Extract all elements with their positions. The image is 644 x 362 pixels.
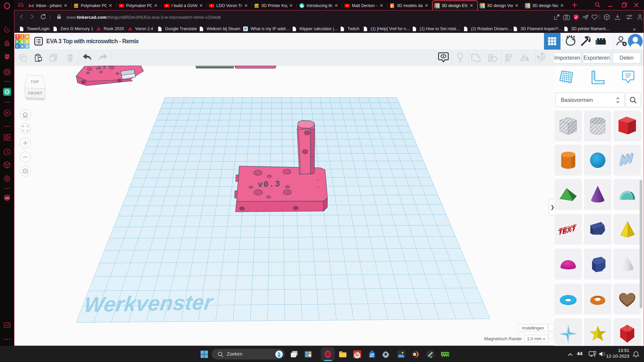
svg-text:R: R bbox=[26, 40, 29, 44]
svg-text:K: K bbox=[16, 40, 19, 44]
svg-text:Werkvenster: Werkvenster bbox=[83, 290, 215, 316]
svg-text:123: 123 bbox=[74, 5, 78, 7]
svg-text:E: E bbox=[21, 40, 23, 44]
svg-text:FRONT: FRONT bbox=[28, 91, 43, 95]
svg-text:iP: iP bbox=[244, 27, 247, 31]
svg-text:123: 123 bbox=[255, 5, 259, 7]
svg-text:UD: UD bbox=[5, 196, 9, 200]
svg-text:v0.3: v0.3 bbox=[258, 179, 281, 190]
svg-text:C: C bbox=[16, 44, 19, 48]
svg-text:A: A bbox=[21, 44, 24, 48]
svg-text:TOP: TOP bbox=[31, 80, 39, 84]
svg-text:N: N bbox=[26, 35, 29, 39]
svg-text:I: I bbox=[22, 35, 23, 39]
svg-text:T: T bbox=[16, 35, 19, 39]
svg-text:D: D bbox=[26, 44, 29, 48]
